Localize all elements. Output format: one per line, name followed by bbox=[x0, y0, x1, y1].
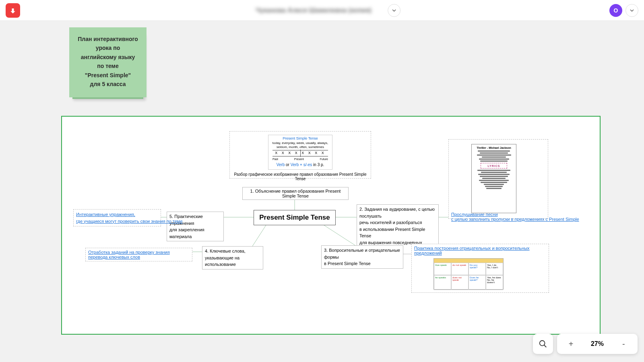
thumb-verb-rule: Verb or Verb + s/-es in 3 p. bbox=[270, 162, 330, 167]
node-3-line: 3. Вопросительные и отрицательные формы bbox=[324, 247, 400, 260]
rules-caption: Разбор графическое изображение правил об… bbox=[230, 171, 371, 182]
verb-or: or bbox=[285, 162, 290, 167]
lbl-present: Present bbox=[294, 157, 304, 161]
doc-menu-button[interactable] bbox=[388, 4, 400, 17]
sticky-line: для 5 класса bbox=[75, 80, 141, 88]
node-2-link-l2[interactable]: с целью заполнить пропуски в предложения… bbox=[451, 217, 545, 222]
sticky-line: по теме bbox=[75, 62, 141, 70]
top-bar: Чуканова Алеся Шамилевна (копия) О bbox=[0, 0, 644, 21]
lyrics-badge: LYRICS bbox=[481, 163, 507, 169]
central-node[interactable]: Present Simple Tense bbox=[254, 210, 336, 225]
node-5-link-l2[interactable]: где учащиеся могут проверить свои знания… bbox=[76, 218, 158, 225]
rules-thumbnail: Present Simple Tense today, everyday, we… bbox=[268, 135, 332, 170]
verb-a: Verb bbox=[277, 162, 285, 167]
chevron-down-icon bbox=[392, 8, 396, 13]
svg-point-10 bbox=[540, 341, 545, 346]
zoom-out-button[interactable]: - bbox=[615, 339, 632, 349]
lyrics-title: Thriller - Michael Jackson bbox=[474, 146, 514, 149]
node-5-line: для закрепления материала bbox=[169, 226, 221, 240]
zoom-control: + 27% - bbox=[557, 334, 638, 354]
svg-line-6 bbox=[250, 224, 266, 249]
thumb-adverbs: today, everyday, week, usually, always, … bbox=[270, 141, 330, 150]
sticky-line: урока по bbox=[75, 43, 141, 52]
app-logo[interactable] bbox=[6, 3, 20, 18]
node-4-link[interactable]: Отработка заданий на проверку знания пер… bbox=[88, 250, 170, 259]
svg-line-11 bbox=[544, 345, 547, 348]
node-4-line: указывающие на использование bbox=[205, 255, 260, 268]
mindmap-frame[interactable]: Present Simple Tense today, everyday, we… bbox=[61, 116, 601, 335]
node-5-attachment[interactable]: Интерактивные упражнения, где учащиеся м… bbox=[73, 209, 161, 226]
zoom-value[interactable]: 27% bbox=[591, 340, 604, 348]
sticky-line: План интерактивного bbox=[75, 35, 141, 43]
search-icon bbox=[539, 339, 547, 348]
chevron-down-icon bbox=[630, 8, 634, 13]
node-4-attachment[interactable]: Отработка заданий на проверку знания пер… bbox=[85, 248, 192, 261]
node-2-line: в использовании Present Simple Tense bbox=[359, 226, 436, 239]
logo-icon bbox=[9, 6, 17, 14]
lbl-past: Past bbox=[272, 157, 278, 161]
verb-tail: in 3 p. bbox=[312, 162, 324, 167]
node-3[interactable]: 3. Вопросительные и отрицательные формы … bbox=[321, 245, 403, 269]
zoom-in-button[interactable]: + bbox=[563, 339, 579, 349]
node-2-line: речь носителей и разобраться bbox=[359, 219, 436, 226]
node-3-link[interactable]: Практика построения отрицательных и вопр… bbox=[414, 246, 546, 255]
node-4[interactable]: 4. Ключевые слова, указывающие на исполь… bbox=[202, 246, 263, 269]
thumb-timeline: X X X X X X X X bbox=[272, 150, 328, 156]
verb-b: Verb + s/-es bbox=[291, 162, 312, 167]
avatar[interactable]: О bbox=[609, 4, 622, 17]
sticky-note[interactable]: План интерактивного урока по английскому… bbox=[69, 27, 147, 97]
node-2-line: 2. Задания на аудирование, с целью послу… bbox=[359, 206, 436, 219]
sticky-line: "Present Simple" bbox=[75, 71, 141, 80]
lbl-future: Future bbox=[320, 157, 328, 161]
node-1[interactable]: 1. Объяснение правил образования Present… bbox=[242, 187, 349, 200]
node-4-line: 4. Ключевые слова, bbox=[205, 248, 260, 255]
user-menu-button[interactable] bbox=[625, 4, 638, 17]
node-3-line: в Present Simple Tense bbox=[324, 260, 400, 267]
thumb-time-labels: Past Present Future bbox=[270, 157, 330, 161]
forms-table-thumbnail: I/we speak do not speak Do you speak? Ye… bbox=[433, 258, 504, 290]
node-5-link-l1[interactable]: Интерактивные упражнения, bbox=[76, 211, 158, 218]
lyrics-thumbnail: Thriller - Michael Jackson LYRICS bbox=[471, 144, 516, 213]
sticky-line: английскому языку bbox=[75, 53, 141, 62]
doc-title-area: Чуканова Алеся Шамилевна (копия) bbox=[244, 4, 400, 17]
node-rules-container[interactable]: Present Simple Tense today, everyday, we… bbox=[229, 131, 371, 179]
thumb-title: Present Simple Tense bbox=[270, 136, 330, 141]
node-5[interactable]: 5. Практические упражнения для закреплен… bbox=[167, 212, 224, 241]
doc-title: Чуканова Алеся Шамилевна (копия) bbox=[244, 7, 384, 14]
search-button[interactable] bbox=[533, 334, 553, 354]
